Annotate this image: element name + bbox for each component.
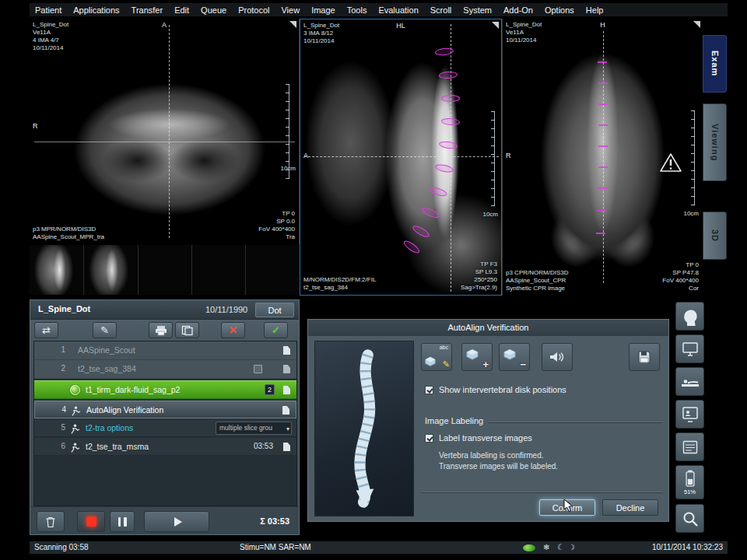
stop-measurement-button[interactable]: [77, 511, 105, 532]
series-thumbnail[interactable]: [84, 245, 139, 295]
menu-item-system[interactable]: System: [463, 5, 492, 15]
announce-labels-button[interactable]: [542, 343, 573, 371]
show-disks-label: Show intervertebral disk positions: [439, 385, 566, 394]
dot-assistant-button[interactable]: [675, 302, 704, 331]
crosshair-horizontal[interactable]: [304, 156, 499, 157]
viewport-sagittal[interactable]: L_Spine_Dot 3 IMA 8/12 10/11/2014 HL A 1…: [300, 19, 502, 296]
patient-bar: L_Spine_Dot 10/11/1990 Dot: [30, 300, 299, 320]
protocol-step-row-6[interactable]: 6 t2_tse_tra_msma 03:53: [34, 438, 296, 456]
menu-item-view[interactable]: View: [281, 5, 300, 15]
document-icon[interactable]: [283, 346, 290, 355]
delete-button[interactable]: [37, 511, 65, 532]
viewport-axial[interactable]: L_Spine_Dot Ve11A 4 IMA 4/7 10/11/2014 A…: [30, 19, 300, 244]
interactive-step-icon: [71, 405, 80, 419]
swap-icon: ⇄: [42, 324, 51, 336]
segment-corner-icon[interactable]: [492, 22, 499, 29]
protocol-step-row-5[interactable]: 5 t2-tra options multiple slice grou ▾: [34, 419, 296, 437]
series-thumbnail-empty[interactable]: [192, 245, 246, 295]
exam-display-button[interactable]: [675, 400, 704, 429]
menu-item-scroll[interactable]: Scroll: [430, 5, 452, 15]
scale-label: 10cm: [280, 165, 296, 173]
coil-status-icon-2: ☽: [568, 543, 575, 551]
series-thumbnail[interactable]: [30, 245, 84, 295]
edit-labels-button[interactable]: abc ✎: [421, 343, 452, 371]
protocol-step-row-2[interactable]: 2 t2_tse_sag_384: [34, 360, 296, 379]
processing-text: p3 CPR/NORM/DIS3D: [506, 269, 568, 277]
processing-text: M/NORM/DIS2D/FM:2/FIL: [303, 276, 376, 284]
label-transverse-checkbox[interactable]: [425, 434, 433, 443]
print-export-button[interactable]: [149, 322, 173, 338]
protocol-step-row-1[interactable]: 1 AASpine_Scout: [34, 341, 296, 360]
slice-position: SP L9.3: [461, 268, 497, 276]
document-icon[interactable]: [283, 386, 290, 394]
protocol-step-row-4-selected[interactable]: 4 AutoAlign Verification: [34, 401, 296, 418]
menu-item-addon[interactable]: Add-On: [503, 5, 533, 15]
chevron-down-icon: ▾: [286, 423, 289, 435]
decline-button[interactable]: Decline: [602, 499, 658, 516]
menu-item-edit[interactable]: Edit: [174, 5, 189, 15]
spine-illustration-panel: [314, 341, 414, 516]
series-description: t2_tse_sag_384: [303, 284, 376, 292]
crosshair-vertical[interactable]: [603, 31, 604, 283]
image-labeling-section-label: Image Labeling: [425, 416, 483, 425]
patient-table-button[interactable]: [675, 367, 704, 396]
menu-item-image[interactable]: Image: [311, 5, 335, 15]
protocol-step-row-3-active[interactable]: t1_tirm_dark-fluid_sag_p2 2: [34, 380, 296, 399]
disk-marker[interactable]: [441, 95, 460, 102]
menu-item-options[interactable]: Options: [545, 5, 574, 15]
step-label: t2_tse_sag_384: [78, 364, 136, 373]
dot-engine-button[interactable]: Dot: [255, 303, 294, 317]
menu-item-patient[interactable]: Patient: [35, 5, 61, 15]
crosshair-vertical[interactable]: [169, 25, 170, 238]
datetime: 10/11/2014 10:32:23: [652, 543, 723, 551]
warning-triangle-icon[interactable]: [659, 152, 682, 176]
slice-group-dropdown[interactable]: multiple slice grou ▾: [216, 422, 292, 435]
remove-vertebra-button[interactable]: −: [499, 343, 530, 371]
show-disks-checkbox[interactable]: [425, 386, 433, 394]
measurement-count-badge: 2: [265, 384, 275, 395]
menu-item-tools[interactable]: Tools: [347, 5, 367, 15]
image-date: 10/11/2014: [506, 37, 542, 44]
step-label: t2_tse_tra_msma: [86, 442, 149, 451]
pause-icon: [118, 517, 121, 527]
image-counter: 4 IMA 4/7: [33, 37, 68, 44]
task-tab-strip: Exam Viewing 3D: [703, 19, 728, 296]
menu-item-evaluation[interactable]: Evaluation: [378, 5, 418, 15]
segment-corner-icon[interactable]: [693, 21, 700, 28]
play-icon: [174, 517, 182, 527]
measurement-controls: Σ 03:53: [30, 506, 299, 536]
zoom-tool-button[interactable]: [675, 504, 704, 533]
document-icon[interactable]: [283, 443, 290, 451]
battery-level-button[interactable]: 51%: [675, 465, 704, 499]
menu-item-transfer[interactable]: Transfer: [132, 5, 163, 15]
series-thumbnail-empty[interactable]: [139, 245, 192, 295]
plus-icon: +: [482, 359, 489, 370]
viewport-coronal[interactable]: L_Spine_Dot Ve11A 10/11/2014 H R 10cm p3…: [502, 19, 703, 296]
apply-step-button[interactable]: ✓: [264, 322, 288, 338]
stimulation-sar-status: Stimu=NM SAR=NM: [240, 543, 311, 551]
document-icon[interactable]: [282, 406, 289, 415]
menu-item-help[interactable]: Help: [586, 5, 604, 15]
tab-exam[interactable]: Exam: [703, 35, 727, 93]
menu-item-applications[interactable]: Applications: [73, 5, 119, 15]
display-layout-button[interactable]: [675, 334, 704, 363]
document-icon[interactable]: [283, 365, 290, 373]
tab-3d[interactable]: 3D: [703, 212, 727, 260]
start-measurement-button[interactable]: [144, 511, 209, 532]
pause-button[interactable]: [110, 511, 135, 532]
abc-label: abc: [440, 345, 448, 350]
copy-step-button[interactable]: [175, 322, 199, 338]
menu-item-queue[interactable]: Queue: [201, 5, 226, 15]
series-thumbnail-empty[interactable]: [246, 245, 300, 295]
crosshair-vertical[interactable]: [451, 24, 451, 292]
edit-protocol-button[interactable]: ✎: [93, 322, 117, 338]
segment-corner-icon[interactable]: [289, 21, 296, 28]
menu-item-protocol[interactable]: Protocol: [238, 5, 269, 15]
add-vertebra-button[interactable]: +: [461, 343, 493, 371]
save-button[interactable]: [629, 343, 660, 371]
swap-step-button[interactable]: ⇄: [34, 322, 58, 338]
cancel-step-button[interactable]: ✕: [221, 322, 245, 338]
protocol-card-button[interactable]: [675, 432, 704, 461]
tab-viewing[interactable]: Viewing: [703, 103, 727, 181]
crosshair-horizontal[interactable]: [34, 142, 295, 142]
